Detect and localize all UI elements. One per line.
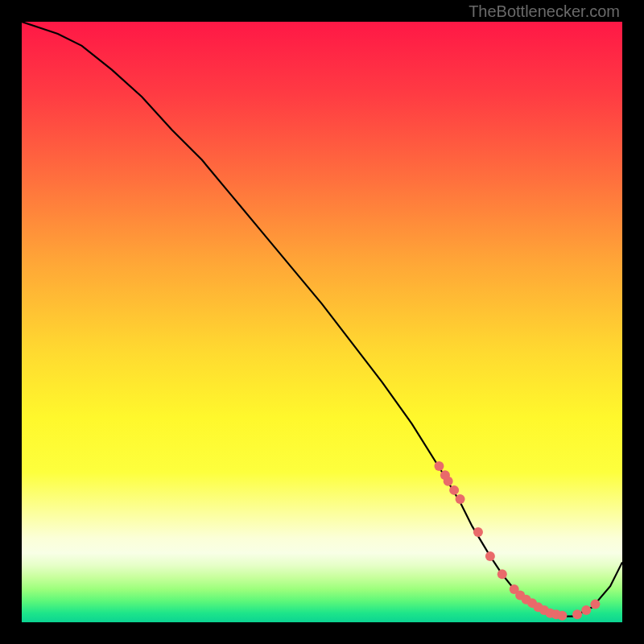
- attribution-text: TheBottlenecker.com: [469, 2, 620, 21]
- plot-area: [22, 22, 622, 622]
- curve-marker: [497, 569, 507, 579]
- curve-marker: [449, 485, 459, 495]
- curve-layer: [22, 22, 622, 622]
- curve-marker: [434, 461, 444, 471]
- curve-marker: [557, 611, 567, 621]
- curve-marker: [456, 494, 465, 504]
- curve-marker: [444, 477, 453, 486]
- bottleneck-curve: [22, 22, 622, 617]
- curve-marker: [581, 605, 591, 615]
- chart-container: TheBottlenecker.com: [0, 0, 644, 644]
- curve-markers: [434, 461, 600, 621]
- curve-marker: [572, 609, 582, 619]
- curve-marker: [473, 527, 483, 537]
- curve-marker: [485, 551, 495, 561]
- curve-marker: [590, 600, 600, 609]
